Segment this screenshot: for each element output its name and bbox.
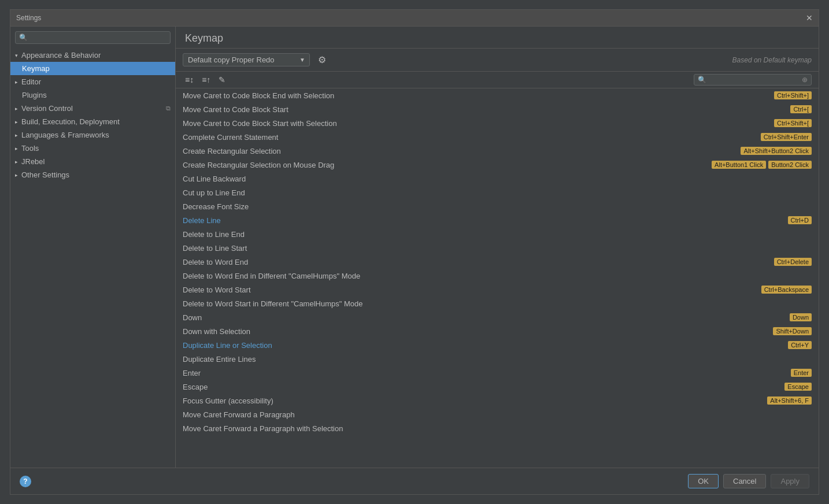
table-row[interactable]: Move Caret Forward a Paragraph with Sele…	[176, 421, 819, 435]
table-row[interactable]: Focus Gutter (accessibility)Alt+Shift+6,…	[176, 394, 819, 407]
chevron-right-icon: ▸	[15, 132, 18, 138]
sidebar-item-other-settings[interactable]: ▸Other Settings	[10, 168, 175, 181]
table-row[interactable]: EnterEnter	[176, 366, 819, 380]
table-row[interactable]: Delete to Word Start in Different "Camel…	[176, 297, 819, 310]
table-row[interactable]: Delete LineCtrl+D	[176, 213, 819, 227]
sidebar-item-label: Plugins	[22, 91, 47, 99]
sidebar: ▾Appearance & BehaviorKeymap▸EditorPlugi…	[10, 27, 176, 468]
keymap-action-name: Create Rectangular Selection on Mouse Dr…	[183, 161, 712, 169]
shortcut-badge: Alt+Shift+6, F	[767, 396, 812, 405]
shortcut-badge: Ctrl+[	[790, 105, 812, 113]
keymap-shortcuts: Ctrl+Delete	[774, 258, 812, 266]
keymap-action-name: Move Caret to Code Block Start	[183, 105, 790, 114]
keymap-action-name: Delete to Line End	[183, 230, 812, 239]
chevron-right-icon: ▸	[15, 119, 18, 125]
table-row[interactable]: Duplicate Entire Lines	[176, 352, 819, 366]
keymap-action-name: Delete Line	[183, 216, 788, 225]
find-shortcut-button[interactable]: ⊕	[802, 76, 808, 84]
edit-shortcut-button[interactable]: ✎	[216, 74, 228, 86]
table-row[interactable]: Delete to Word StartCtrl+Backspace	[176, 283, 819, 297]
sidebar-item-build-execution-deployment[interactable]: ▸Build, Execution, Deployment	[10, 115, 175, 128]
action-toolbar: ≡↕ ≡↑ ✎ ⊕	[176, 72, 819, 88]
sidebar-item-plugins[interactable]: Plugins	[10, 88, 175, 102]
table-row[interactable]: Move Caret to Code Block Start with Sele…	[176, 116, 819, 130]
table-row[interactable]: DownDown	[176, 310, 819, 324]
table-row[interactable]: Move Caret to Code Block StartCtrl+[	[176, 102, 819, 116]
keymap-action-name: Move Caret to Code Block End with Select…	[183, 91, 774, 100]
sidebar-item-label: Keymap	[22, 64, 50, 73]
shortcut-badge: Alt+Button1 Click	[712, 161, 766, 169]
shortcut-badge: Button2 Click	[768, 161, 812, 169]
close-button[interactable]: ✕	[806, 13, 813, 23]
keymap-select[interactable]: Default copy Proper RedoDefaultEclipseEm…	[183, 53, 310, 66]
table-row[interactable]: Duplicate Line or SelectionCtrl+Y	[176, 338, 819, 352]
gear-button[interactable]: ⚙	[314, 53, 330, 66]
sidebar-item-keymap[interactable]: Keymap	[10, 62, 175, 75]
keymap-action-name: Focus Gutter (accessibility)	[183, 396, 767, 405]
table-row[interactable]: Complete Current StatementCtrl+Shift+Ent…	[176, 130, 819, 144]
keymap-shortcuts: Ctrl+Shift+[	[774, 119, 812, 127]
shortcut-badge: Escape	[784, 383, 812, 391]
keymap-action-name: Duplicate Line or Selection	[183, 341, 788, 350]
keymap-action-name: Duplicate Entire Lines	[183, 355, 812, 364]
table-row[interactable]: Move Caret Forward a Paragraph	[176, 407, 819, 421]
table-row[interactable]: Delete to Word EndCtrl+Delete	[176, 255, 819, 269]
chevron-right-icon: ▸	[15, 172, 18, 178]
keymap-shortcuts: Escape	[784, 383, 812, 391]
sidebar-search-input[interactable]	[15, 31, 171, 44]
expand-all-button[interactable]: ≡↕	[183, 74, 196, 86]
keymap-shortcuts: Ctrl+[	[790, 105, 812, 113]
shortcut-badge: Ctrl+D	[788, 216, 812, 224]
keymap-list: Move Caret to Code Block End with Select…	[176, 88, 819, 468]
keymap-shortcuts: Shift+Down	[773, 327, 812, 335]
table-row[interactable]: Decrease Font Size	[176, 199, 819, 213]
table-row[interactable]: Delete to Word End in Different "CamelHu…	[176, 269, 819, 283]
keymap-shortcuts: Alt+Button1 ClickButton2 Click	[712, 161, 812, 169]
sidebar-item-version-control[interactable]: ▸Version Control⧉	[10, 102, 175, 115]
table-row[interactable]: Create Rectangular SelectionAlt+Shift+Bu…	[176, 144, 819, 158]
sidebar-item-label: Version Control	[21, 104, 73, 113]
shortcut-search-input[interactable]	[698, 76, 802, 84]
keymap-shortcuts: Ctrl+Backspace	[761, 286, 812, 294]
sidebar-item-tools[interactable]: ▸Tools	[10, 142, 175, 155]
table-row[interactable]: Cut Line Backward	[176, 172, 819, 186]
table-row[interactable]: Down with SelectionShift+Down	[176, 324, 819, 338]
keymap-action-name: Delete to Word Start	[183, 286, 761, 294]
table-row[interactable]: Delete to Line End	[176, 227, 819, 241]
sidebar-item-label: JRebel	[21, 157, 45, 166]
collapse-all-button[interactable]: ≡↑	[199, 74, 213, 86]
edit-icon: ✎	[219, 75, 225, 84]
keymap-action-name: Complete Current Statement	[183, 133, 761, 142]
table-row[interactable]: Cut up to Line End	[176, 186, 819, 199]
sidebar-item-appearance-behavior[interactable]: ▾Appearance & Behavior	[10, 49, 175, 62]
chevron-down-icon: ▾	[15, 53, 18, 58]
ok-button[interactable]: OK	[688, 474, 719, 488]
chevron-right-icon: ▸	[15, 159, 18, 165]
title-bar: Settings ✕	[10, 10, 819, 27]
table-row[interactable]: Create Rectangular Selection on Mouse Dr…	[176, 158, 819, 172]
table-row[interactable]: Delete to Line Start	[176, 241, 819, 255]
sidebar-items-container: ▾Appearance & BehaviorKeymap▸EditorPlugi…	[10, 49, 175, 181]
keymap-action-name: Delete to Word Start in Different "Camel…	[183, 299, 812, 308]
sidebar-item-languages-frameworks[interactable]: ▸Languages & Frameworks	[10, 128, 175, 142]
settings-dialog: Settings ✕ ▾Appearance & BehaviorKeymap▸…	[10, 9, 819, 495]
chevron-right-icon: ▸	[15, 79, 18, 85]
table-row[interactable]: Move Caret to Code Block End with Select…	[176, 88, 819, 102]
cancel-button[interactable]: Cancel	[723, 474, 766, 488]
apply-button[interactable]: Apply	[771, 474, 809, 488]
shortcut-badge: Alt+Shift+Button2 Click	[741, 147, 812, 155]
vcs-copy-icon: ⧉	[166, 105, 171, 112]
help-button[interactable]: ?	[20, 476, 31, 487]
keymap-action-name: Decrease Font Size	[183, 202, 812, 211]
keymap-action-name: Move Caret Forward a Paragraph with Sele…	[183, 424, 812, 433]
keymap-action-name: Cut Line Backward	[183, 175, 812, 183]
expand-all-icon: ≡↕	[185, 75, 194, 84]
sidebar-item-jrebel[interactable]: ▸JRebel	[10, 155, 175, 168]
keymap-shortcuts: Alt+Shift+6, F	[767, 396, 812, 405]
keymap-action-name: Create Rectangular Selection	[183, 147, 741, 155]
sidebar-item-editor[interactable]: ▸Editor	[10, 75, 175, 88]
keymap-action-name: Escape	[183, 383, 784, 391]
action-toolbar-left: ≡↕ ≡↑ ✎	[183, 74, 228, 86]
sidebar-item-label: Tools	[21, 144, 39, 153]
table-row[interactable]: EscapeEscape	[176, 380, 819, 394]
